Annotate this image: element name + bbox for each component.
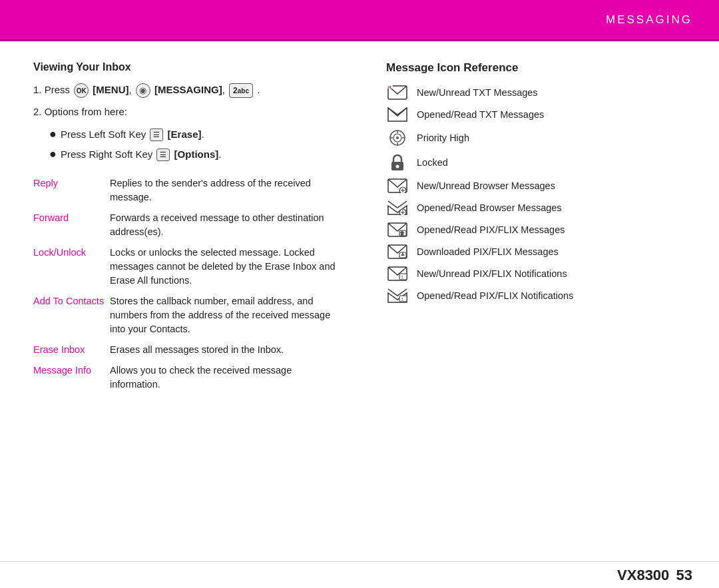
menu-item-desc: Stores the callback number, email addres… (110, 291, 340, 340)
new-browser-desc: New/Unread Browser Messages (417, 180, 555, 191)
menu-item-label: Erase Inbox (33, 340, 110, 360)
icon-row-locked: Locked (386, 154, 692, 171)
menu-item-desc: Erases all messages stored in the Inbox. (110, 340, 340, 360)
locked-icon (386, 154, 409, 171)
page-number: VX8300 53 (613, 567, 692, 584)
left-soft-key-icon: ☰ (150, 129, 163, 142)
icon-reference-list: N New/Unread TXT Messages Opened/Read TX… (386, 85, 692, 303)
menu-row: Message Info Allows you to check the rec… (33, 360, 340, 395)
main-content: Viewing Your Inbox 1. Press OK [MENU], ◉… (0, 41, 719, 561)
ok-key-icon: OK (74, 83, 89, 98)
menu-item-label: Message Info (33, 360, 110, 395)
model-label: VX8300 (617, 567, 669, 583)
new-browser-icon (386, 178, 409, 193)
icon-row-priority: Priority High (386, 129, 692, 147)
svg-text:N: N (388, 85, 391, 89)
header-title: MESSAGING (606, 13, 692, 27)
open-pix-notif-icon: ! (386, 288, 409, 303)
svg-text:!: ! (401, 275, 403, 280)
bullet-1-text: Press Left Soft Key ☰ [Erase]. (61, 127, 204, 143)
num-key-icon: 2abc (229, 83, 253, 98)
page-label: 53 (676, 567, 692, 583)
icon-row-open-pix-notif: ! Opened/Read PIX/FLIX Notifications (386, 288, 692, 303)
left-column: Viewing Your Inbox 1. Press OK [MENU], ◉… (33, 61, 353, 548)
icon-row-new-pix-notif: ! New/Unread PIX/FLIX Notifications (386, 266, 692, 281)
priority-icon (386, 129, 409, 147)
right-column: Message Icon Reference N New/Unread TXT … (373, 61, 692, 548)
messaging-label-text: [MESSAGING] (154, 84, 222, 95)
menu-row: Add To Contacts Stores the callback numb… (33, 291, 340, 340)
footer-bar: VX8300 53 (0, 561, 719, 588)
left-section-title: Viewing Your Inbox (33, 61, 340, 73)
new-pix-notif-desc: New/Unread PIX/FLIX Notifications (417, 268, 567, 279)
step-1: 1. Press OK [MENU], ◉ [MESSAGING], 2abc … (33, 83, 340, 98)
bullet-dot-1: ● (49, 128, 57, 140)
open-pix-desc: Opened/Read PIX/FLIX Messages (417, 224, 565, 235)
menu-item-label: Add To Contacts (33, 291, 110, 340)
menu-item-desc: Locks or unlocks the selected message. L… (110, 242, 340, 291)
bullet-2-text: Press Right Soft Key ☰ [Options]. (61, 147, 222, 162)
icon-row-open-browser: Opened/Read Browser Messages (386, 200, 692, 215)
icon-row-new-browser: New/Unread Browser Messages (386, 178, 692, 193)
open-txt-desc: Opened/Read TXT Messages (417, 109, 544, 120)
nav-key-icon: ◉ (136, 83, 150, 98)
menu-item-desc: Forwards a received message to other des… (110, 208, 340, 242)
menu-table: Reply Replies to the sender's address of… (33, 173, 340, 395)
menu-label-text: [MENU] (93, 84, 128, 95)
bullet-1: ● Press Left Soft Key ☰ [Erase]. (49, 127, 340, 143)
icon-row-open-pix: Opened/Read PIX/FLIX Messages (386, 222, 692, 237)
open-txt-icon (386, 107, 409, 122)
new-txt-icon: N (386, 85, 409, 100)
locked-desc: Locked (417, 157, 448, 168)
svg-point-11 (396, 165, 399, 168)
open-pix-notif-desc: Opened/Read PIX/FLIX Notifications (417, 290, 573, 301)
menu-item-label: Lock/Unlock (33, 242, 110, 291)
icon-row-open-txt: Opened/Read TXT Messages (386, 107, 692, 122)
right-section-title: Message Icon Reference (386, 61, 692, 75)
bullet-dot-2: ● (49, 148, 57, 160)
open-browser-icon (386, 200, 409, 215)
menu-row: Erase Inbox Erases all messages stored i… (33, 340, 340, 360)
right-soft-key-icon: ☰ (156, 148, 170, 162)
menu-item-label: Forward (33, 208, 110, 242)
menu-row: Lock/Unlock Locks or unlocks the selecte… (33, 242, 340, 291)
new-txt-desc: New/Unread TXT Messages (417, 87, 538, 98)
icon-row-dl-pix: Downloaded PIX/FLIX Messages (386, 244, 692, 259)
menu-item-desc: Allows you to check the received message… (110, 360, 340, 395)
step-2: 2. Options from here: (33, 105, 340, 120)
priority-desc: Priority High (417, 133, 469, 143)
header-bar: MESSAGING (0, 0, 719, 41)
svg-rect-29 (399, 296, 407, 302)
dl-pix-icon (386, 244, 409, 259)
svg-text:!: ! (401, 297, 403, 302)
open-pix-icon (386, 222, 409, 237)
icon-row-new-txt: N New/Unread TXT Messages (386, 85, 692, 100)
svg-point-5 (396, 137, 399, 139)
menu-row: Reply Replies to the sender's address of… (33, 173, 340, 208)
menu-item-desc: Replies to the sender's address of the r… (110, 173, 340, 208)
dl-pix-desc: Downloaded PIX/FLIX Messages (417, 246, 559, 257)
menu-row: Forward Forwards a received message to o… (33, 208, 340, 242)
menu-item-label: Reply (33, 173, 110, 208)
bullet-2: ● Press Right Soft Key ☰ [Options]. (49, 147, 340, 162)
svg-rect-27 (399, 274, 407, 280)
new-pix-notif-icon: ! (386, 266, 409, 281)
open-browser-desc: Opened/Read Browser Messages (417, 202, 562, 213)
